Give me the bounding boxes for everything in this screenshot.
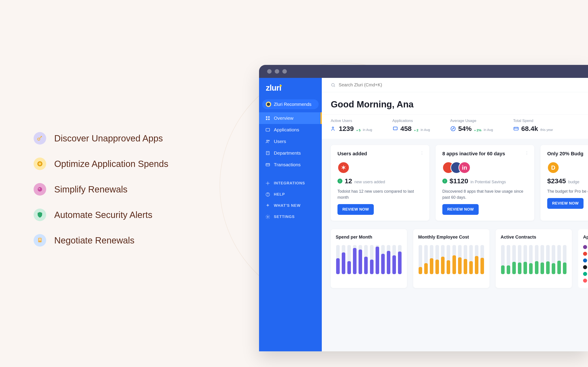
traffic-light-max[interactable]	[282, 69, 287, 74]
card-description: Todoist has 12 new users compared to las…	[337, 188, 423, 200]
chart-bar	[552, 245, 556, 274]
recommendation-card: ⋮Users added✶↑12new users addedTodoist h…	[331, 145, 429, 221]
sidebar-item-recommends[interactable]: Zluri Recommends	[262, 99, 319, 109]
chart-bar	[353, 245, 357, 274]
chart-bars	[501, 245, 567, 274]
stat-delta: 5	[356, 128, 361, 132]
sidebar-item-departments[interactable]: Departments	[259, 147, 322, 159]
sidebar-item-label: SETTINGS	[274, 215, 295, 219]
window-titlebar	[259, 65, 588, 78]
charts-row: Spend per MonthMonthly Employee CostActi…	[322, 227, 588, 297]
chart-bar	[370, 245, 374, 274]
sidebar-item-transactions[interactable]: Transactions	[259, 159, 322, 171]
svg-point-21	[332, 83, 334, 86]
stat-value: 54%	[458, 125, 472, 133]
chart-bar	[557, 245, 561, 274]
traffic-light-close[interactable]	[267, 69, 272, 74]
card-icon	[513, 126, 519, 132]
feature-label: Discover Unapproved Apps	[54, 133, 163, 143]
feature-security-alerts: Automate Security Alerts	[34, 209, 168, 221]
chart-bar	[475, 245, 479, 274]
sidebar-item-whatsnew[interactable]: WHAT'S NEW	[259, 200, 322, 211]
stat-avg-usage: Average Usage 54% 2% in Aug	[450, 119, 493, 133]
svg-rect-16	[266, 164, 270, 166]
sidebar-item-label: Departments	[274, 150, 301, 156]
svg-point-14	[268, 140, 269, 141]
card-title: 8 apps inactive for 60 days	[442, 151, 527, 157]
sidebar-item-users[interactable]: Users	[259, 136, 322, 147]
svg-rect-9	[268, 116, 269, 118]
logo-dot-icon	[280, 85, 282, 87]
recommendation-card: ⋮8 apps inactive for 60 daysin↑$1120in P…	[436, 145, 534, 221]
chart-bar	[458, 245, 462, 274]
metric-value: $2345	[547, 177, 566, 185]
card-menu-icon[interactable]: ⋮	[420, 150, 424, 155]
svg-rect-12	[266, 128, 270, 131]
grid-icon	[265, 116, 270, 121]
review-now-button[interactable]: REVIEW NOW	[442, 204, 479, 215]
chart-bar	[529, 245, 533, 274]
svg-rect-8	[266, 116, 267, 118]
metric-label: in Potential Savings	[470, 180, 506, 184]
sidebar-item-help[interactable]: HELP	[259, 189, 322, 200]
chart-bars	[336, 245, 402, 274]
app-dot-icon	[583, 252, 587, 256]
sidebar-item-overview[interactable]: Overview	[259, 112, 322, 124]
stat-delta: 2	[414, 128, 418, 132]
chart-bar	[446, 245, 451, 274]
card-title: Users added	[337, 151, 423, 157]
chart-bar	[375, 245, 379, 274]
chart-bar	[506, 245, 510, 274]
nav-secondary: INTEGRATIONS HELP WHAT'S NEW SETTINGS	[259, 178, 322, 222]
card-metric: ↑12new users added	[337, 177, 423, 185]
sparkle-icon	[265, 203, 270, 208]
stat-period: this year	[540, 128, 553, 132]
activity-icon	[450, 126, 456, 132]
stat-label: Active Users	[331, 119, 372, 123]
sidebar-item-label: Users	[274, 139, 286, 144]
card-menu-icon[interactable]: ⋮	[525, 150, 529, 155]
search-input[interactable]	[339, 82, 579, 87]
review-now-button[interactable]: REVIEW NOW	[337, 204, 374, 215]
recommendation-card: ⋮Only 20% BudgD$2345budgeThe budget for …	[540, 145, 588, 221]
review-now-button[interactable]: REVIEW NOW	[547, 198, 584, 209]
chart-bar	[480, 245, 484, 274]
arrow-up-icon: ↑	[337, 179, 342, 184]
svg-point-17	[267, 183, 268, 184]
chart-title: Spend per Month	[336, 234, 402, 240]
card-metric: $2345budge	[547, 177, 588, 185]
chart-bar	[364, 245, 368, 274]
chart-bar	[512, 245, 516, 274]
metric-value: 12	[345, 177, 352, 185]
svg-rect-7	[39, 240, 41, 241]
chart-title: Active Contracts	[501, 234, 567, 240]
chart-bar	[336, 245, 340, 274]
chart-title: Monthly Employee Cost	[418, 234, 484, 240]
main-content: Good Morning, Ana Active Users 1239 5 in…	[322, 78, 588, 351]
stat-label: Applications	[392, 119, 430, 123]
chart-bar	[435, 245, 440, 274]
chart-bar	[540, 245, 544, 274]
apps-list	[583, 245, 588, 283]
chart-bar	[418, 245, 422, 274]
sidebar-item-settings[interactable]: SETTINGS	[259, 211, 322, 222]
sphere-icon	[34, 183, 46, 196]
chart-card: Monthly Employee Cost	[413, 229, 489, 288]
stat-period: in Aug	[363, 128, 372, 132]
sidebar-item-label: WHAT'S NEW	[274, 203, 301, 208]
stats-row: Active Users 1239 5 in Aug Applications …	[322, 114, 588, 139]
sidebar-item-label: Overview	[274, 116, 294, 121]
chart-bar	[523, 245, 527, 274]
chart-bar	[546, 245, 550, 274]
svg-rect-25	[514, 127, 518, 130]
stat-value: 458	[400, 125, 412, 133]
traffic-light-min[interactable]	[275, 69, 279, 74]
svg-point-22	[332, 127, 334, 128]
chart-bar	[501, 245, 505, 274]
chart-bar	[358, 245, 363, 274]
card-metric: ↑$1120in Potential Savings	[442, 177, 527, 185]
sidebar-item-applications[interactable]: Applications	[259, 124, 322, 136]
feature-label: Automate Security Alerts	[54, 210, 152, 220]
sidebar-item-integrations[interactable]: INTEGRATIONS	[259, 178, 322, 189]
sidebar-item-label: Transactions	[274, 162, 301, 167]
